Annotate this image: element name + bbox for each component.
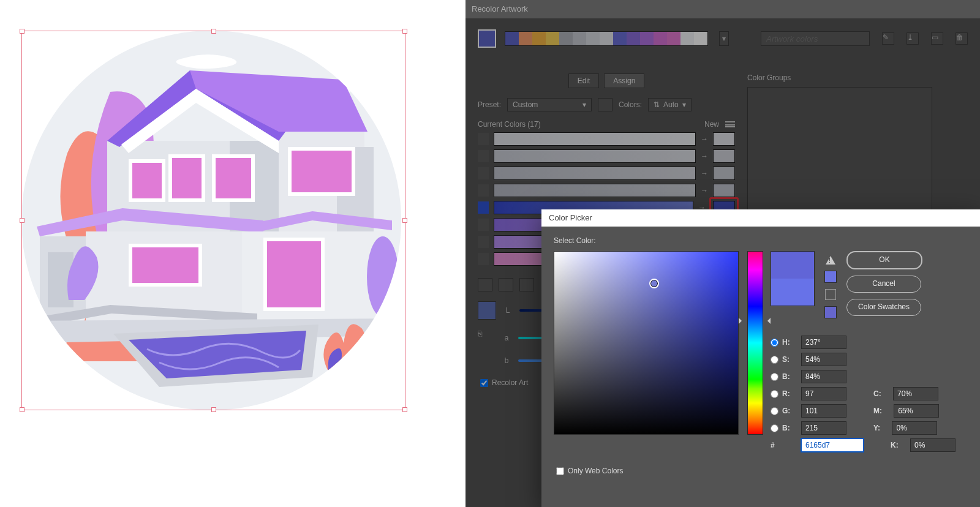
gamut-swatch[interactable] [824,271,837,283]
hue-slider[interactable] [747,251,763,435]
row-new-swatch[interactable] [713,149,735,163]
swatch[interactable] [519,32,532,45]
view-mode-icon-1[interactable] [478,278,492,291]
mode-R-radio[interactable] [771,390,778,398]
tab-edit[interactable]: Edit [568,73,600,88]
value-Bc[interactable] [801,421,846,435]
swatch[interactable] [680,32,694,45]
swatch[interactable] [505,32,519,45]
slider-L-label: L [503,306,512,315]
assign-arrow-icon: → [701,186,708,195]
view-mode-icon-2[interactable] [499,278,513,291]
resize-handle-bm[interactable] [211,407,216,412]
swatch[interactable] [586,32,600,45]
trash-icon[interactable]: 🗑 [956,32,968,45]
slider-a-label: a [502,334,511,342]
swatch-dropdown[interactable]: ▾ [719,31,729,46]
artwork-swatches[interactable] [505,31,708,46]
new-folder-icon[interactable]: ▭ [931,32,943,45]
recolor-art-checkbox[interactable]: Recolor Art [478,378,528,387]
mode-Bv-radio[interactable] [771,373,778,381]
resize-handle-tm[interactable] [211,29,216,34]
swatch[interactable] [694,32,707,45]
selection-bounds[interactable] [21,31,405,410]
resize-handle-br[interactable] [402,407,407,412]
preset-label: Preset: [478,100,501,109]
row-current-gradient[interactable] [494,132,696,146]
row-current-gradient[interactable] [494,184,696,197]
value-Bv[interactable] [801,370,846,383]
lab-swatch-link-icon[interactable]: ⎘ [478,329,495,347]
value-H[interactable] [801,336,846,349]
active-color-swatch[interactable] [478,29,496,48]
row-new-swatch[interactable] [713,167,735,180]
swatch[interactable] [640,32,654,45]
mode-H-radio[interactable] [771,339,778,347]
save-group-icon[interactable]: ⤓ [907,32,919,45]
preset-select[interactable]: Custom▾ [507,98,592,111]
resize-handle-ml[interactable] [20,218,24,223]
resize-handle-tr[interactable] [402,29,407,34]
current-colors-label: Current Colors (17) [478,120,541,129]
assign-arrow-icon: → [701,169,708,178]
value-G[interactable] [801,404,846,418]
row-current-gradient[interactable] [494,167,696,180]
panel-title: Recolor Artwork [466,0,980,18]
swatch[interactable] [532,32,546,45]
resize-handle-tl[interactable] [20,29,24,34]
exclude-icon[interactable] [519,278,534,291]
new-column-label: New [704,120,719,129]
swatch[interactable] [667,32,680,45]
out-of-gamut-warning-icon[interactable] [826,251,835,265]
color-row[interactable]: → [478,184,735,197]
swatch[interactable] [654,32,667,45]
sv-indicator[interactable] [649,279,659,288]
websafe-cube-icon[interactable] [825,289,836,300]
resize-handle-bl[interactable] [20,407,24,412]
color-picker-dialog: Color Picker Select Color: [541,209,980,507]
resize-handle-mr[interactable] [402,218,407,223]
row-new-swatch[interactable] [713,184,735,197]
only-web-colors-checkbox[interactable]: Only Web Colors [554,467,623,475]
select-color-label: Select Color: [554,236,968,245]
preset-options-icon[interactable] [598,98,612,111]
panel-body: ▾ ✎ ⤓ ▭ 🗑 Edit Assign Preset: Custom▾ Co… [466,18,980,48]
websafe-swatch[interactable] [824,306,837,318]
slider-b-label: b [502,356,511,365]
color-groups-label: Color Groups [747,73,931,82]
row-current-gradient[interactable] [494,149,696,163]
value-Y[interactable] [892,421,937,435]
colors-count-select[interactable]: ⇅Auto▾ [648,98,692,111]
mode-Bc-radio[interactable] [771,424,778,432]
value-hex[interactable] [801,438,864,452]
eyedropper-icon[interactable]: ✎ [882,32,894,45]
swatch[interactable] [559,32,573,45]
value-C[interactable] [893,387,938,400]
swatch[interactable] [546,32,559,45]
lab-swatch[interactable] [478,301,496,320]
color-row[interactable]: → [478,132,735,146]
value-S[interactable] [801,353,846,366]
swatch[interactable] [627,32,640,45]
value-K[interactable] [910,438,956,452]
ok-button[interactable]: OK [846,251,922,269]
color-picker-title: Color Picker [541,209,980,227]
tab-assign[interactable]: Assign [604,73,644,88]
swatch[interactable] [600,32,613,45]
color-row[interactable]: → [478,149,735,163]
mode-G-radio[interactable] [771,407,778,415]
row-new-swatch[interactable] [713,132,735,146]
color-swatches-button[interactable]: Color Swatches [846,299,921,316]
value-M[interactable] [894,404,939,418]
swatch[interactable] [573,32,586,45]
color-row[interactable]: → [478,167,735,180]
flyout-menu-icon[interactable] [725,121,735,127]
saturation-value-field[interactable] [554,251,739,435]
value-R[interactable] [801,387,846,400]
cancel-button[interactable]: Cancel [846,276,921,293]
color-preview [771,251,815,306]
mode-S-radio[interactable] [771,356,778,364]
swatch[interactable] [613,32,627,45]
row-indicator [478,253,489,265]
color-groups-search[interactable] [761,31,870,46]
